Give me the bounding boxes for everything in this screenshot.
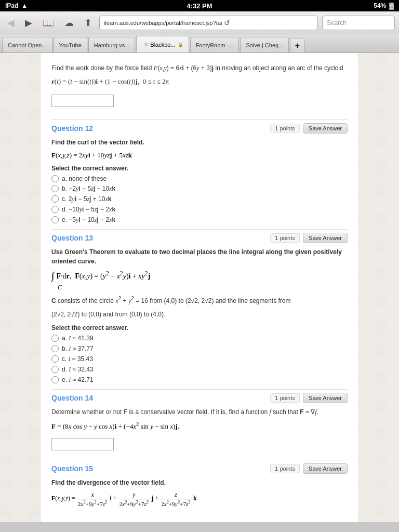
tab-label: FootyRoom -... [196, 42, 234, 48]
question-15-title: Question 15 [51, 464, 93, 473]
option-label: b. I ≈ 37.77 [62, 345, 94, 353]
top-partial-question: Find the work done by the force field F(… [51, 58, 348, 116]
question-12-option-c[interactable]: c. 2yi − 5zj + 10xk [51, 195, 348, 203]
top-answer-input[interactable] [51, 95, 114, 107]
question-15-points: 1 points [270, 464, 300, 473]
question-12-option-b[interactable]: b. −2yi − 5zj − 10xk [51, 185, 348, 193]
question-12-instruction: Find the curl of the vector field. [51, 138, 348, 147]
question-13-option-b[interactable]: b. I ≈ 37.77 [51, 345, 348, 353]
question-15-header: Question 15 1 points Save Answer [51, 463, 348, 474]
question-12-formula: F(x,y,z) = 2xyi + 10yzj + 5xzk [51, 151, 348, 159]
question-13-title: Question 13 [51, 234, 93, 242]
question-15-save-button[interactable]: Save Answer [303, 463, 348, 474]
question-15-block: Question 15 1 points Save Answer Find th… [51, 463, 348, 507]
status-right: 54% ▓ [374, 2, 394, 9]
question-13-save-button[interactable]: Save Answer [303, 233, 348, 243]
tab-bar: Cannot Open... YouTube Hamburg vs... ✕ B… [0, 34, 399, 53]
option-label: a. I ≈ 41.39 [62, 335, 94, 342]
question-13-circle-text: C consists of the circle x2 + y2 = 16 fr… [51, 295, 348, 305]
question-13-integral: ∫ F·dr, F(x,y) = (y2 − x2y)i + xy2j [51, 270, 348, 281]
question-13-header: Question 13 1 points Save Answer [51, 233, 348, 243]
address-bar[interactable]: ilearn.aus.edu/webapps/portal/frameset.j… [99, 16, 318, 30]
question-13-option-a[interactable]: a. I ≈ 41.39 [51, 335, 348, 342]
option-label: d. I ≈ 32.43 [62, 366, 94, 374]
question-12-points-save: 1 points Save Answer [270, 123, 348, 134]
add-tab-button[interactable]: + [290, 38, 304, 52]
option-label: d. −10yi − 5zj − 2xk [62, 206, 115, 214]
tab-youtube[interactable]: YouTube [54, 37, 87, 52]
address-text: ilearn.aus.edu/webapps/portal/frameset.j… [104, 20, 222, 26]
option-label: e. −5yi − 10zj − 2xk [62, 216, 115, 224]
question-15-instruction: Find the divergence of the vector field. [51, 478, 348, 487]
radio-icon [51, 345, 59, 352]
tab-label: Hamburg vs... [94, 42, 129, 48]
status-time: 4:32 PM [187, 2, 212, 10]
question-14-points: 1 points [270, 393, 300, 403]
tab-solve-chegg[interactable]: Solve | Cheg... [240, 37, 289, 52]
tab-close-icon[interactable]: ✕ [144, 42, 148, 47]
tab-label: Blackbo... [150, 42, 175, 48]
question-13-points-save: 1 points Save Answer [270, 233, 348, 243]
cloud-button[interactable]: ☁ [61, 15, 77, 31]
option-label: c. 2yi − 5zj + 10xk [62, 195, 111, 203]
tab-label: Cannot Open... [8, 42, 47, 48]
inner-content: Find the work done by the force field F(… [41, 53, 358, 522]
radio-icon [51, 195, 59, 203]
question-12-select-label: Select the correct answer. [51, 165, 348, 172]
question-13-segments-text: (2√2, 2√2) to (0,0) and from (0,0) to (4… [51, 310, 348, 319]
share-button[interactable]: ⬆ [81, 15, 95, 31]
question-14-formula: F = (8x cos y − y cos x)i + (−4x2 sin y … [51, 421, 348, 431]
wifi-icon: ▲ [21, 2, 28, 9]
top-question-text: Find the work done by the force field F(… [51, 63, 348, 73]
question-13-points: 1 points [270, 233, 300, 243]
radio-icon [51, 376, 59, 383]
forward-button[interactable]: ▶ [22, 15, 35, 31]
bookmarks-button[interactable]: 📖 [39, 15, 57, 31]
tab-footyroom[interactable]: FootyRoom -... [190, 37, 240, 52]
battery-icon: ▓ [389, 2, 394, 9]
tab-cannot-open[interactable]: Cannot Open... [2, 37, 52, 52]
question-12-option-a[interactable]: a. none of these [51, 175, 348, 182]
question-13-select-label: Select the correct answer. [51, 324, 348, 331]
radio-icon [51, 206, 59, 213]
question-12-option-e[interactable]: e. −5yi − 10zj − 2xk [51, 216, 348, 224]
question-15-points-save: 1 points Save Answer [270, 463, 348, 474]
radio-icon [51, 216, 59, 223]
battery-label: 54% [374, 2, 386, 9]
search-bar[interactable]: Search [322, 16, 395, 30]
question-12-save-button[interactable]: Save Answer [303, 123, 348, 134]
question-14-block: Question 14 1 points Save Answer Determi… [51, 393, 348, 455]
radio-icon [51, 335, 59, 342]
question-12-header: Question 12 1 points Save Answer [51, 123, 348, 134]
integral-c-label: C [58, 284, 348, 291]
question-12-points: 1 points [270, 124, 300, 133]
question-14-instruction: Determine whether or not F is a conserva… [51, 407, 348, 417]
reload-button[interactable]: ↺ [224, 19, 230, 27]
question-14-points-save: 1 points Save Answer [270, 393, 348, 403]
question-13-option-d[interactable]: d. I ≈ 32.43 [51, 366, 348, 374]
option-label: e. I ≈ 42.71 [62, 376, 94, 384]
question-13-option-e[interactable]: e. I ≈ 42.71 [51, 376, 348, 384]
radio-icon [51, 355, 59, 363]
option-label: b. −2yi − 5zj − 10xk [62, 185, 115, 193]
back-button[interactable]: ◀ [4, 15, 18, 31]
status-bar: iPad ▲ 4:32 PM 54% ▓ [0, 0, 399, 11]
option-label: c. I ≈ 35.43 [62, 355, 93, 363]
device-label: iPad [5, 2, 18, 9]
tab-label: YouTube [59, 42, 82, 48]
question-13-option-c[interactable]: c. I ≈ 35.43 [51, 355, 348, 363]
tab-hamburg[interactable]: Hamburg vs... [88, 37, 135, 52]
radio-icon [51, 175, 59, 182]
lock-icon: 🔒 [178, 42, 183, 47]
question-13-block: Question 13 1 points Save Answer Use Gre… [51, 233, 348, 384]
radio-icon [51, 185, 59, 192]
status-left: iPad ▲ [5, 2, 28, 9]
content-area: Find the work done by the force field F(… [0, 53, 399, 522]
tab-blackboard[interactable]: ✕ Blackbo... 🔒 [136, 36, 189, 52]
question-14-answer-input[interactable] [51, 438, 114, 450]
question-14-save-button[interactable]: Save Answer [303, 393, 348, 403]
question-15-formula: F(x,y,z) = x 2x2+9y2+7z2 i + y 2x2+9y2+7… [51, 491, 348, 507]
radio-icon [51, 366, 59, 373]
question-12-option-d[interactable]: d. −10yi − 5zj − 2xk [51, 206, 348, 214]
search-placeholder: Search [327, 19, 347, 26]
